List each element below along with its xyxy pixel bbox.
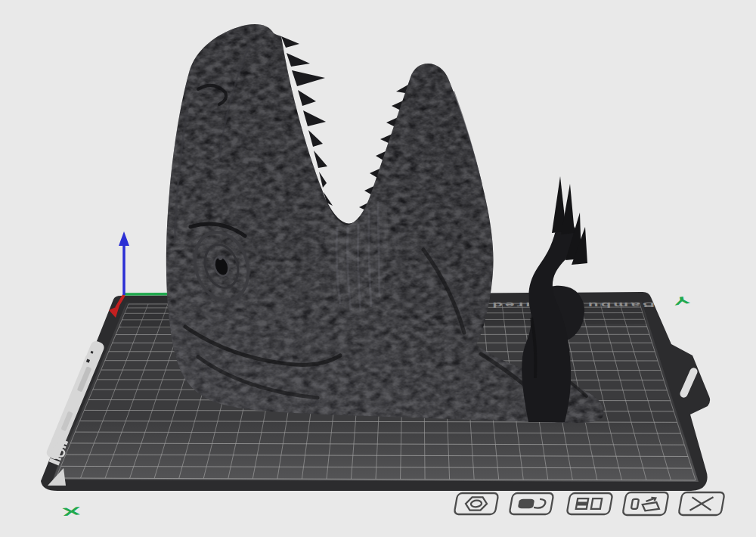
bed-axis-label-x: X: [62, 504, 82, 519]
slicer-3d-viewport[interactable]: Bambu Textured PEI Plate: [0, 0, 756, 537]
plate-front-sheen: [53, 421, 699, 482]
bed-axis-label-y: Y: [673, 293, 691, 308]
viewport-canvas: Bambu Textured PEI Plate: [0, 0, 756, 537]
